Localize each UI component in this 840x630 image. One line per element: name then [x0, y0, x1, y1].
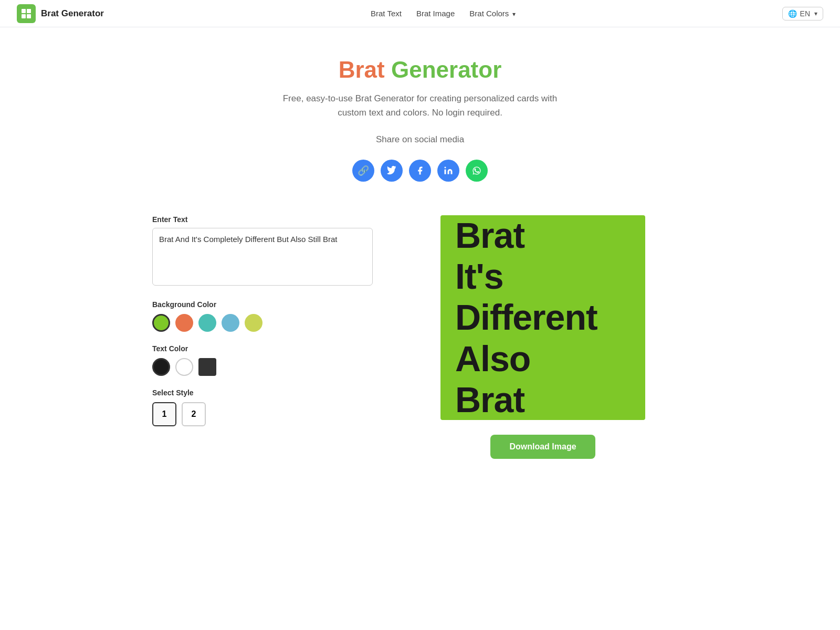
- style-buttons: 1 2: [152, 402, 373, 426]
- share-twitter-button[interactable]: [381, 160, 403, 182]
- bg-swatch-sky[interactable]: [222, 314, 239, 332]
- text-input-section: Enter Text Brat And It's Completely Diff…: [152, 215, 373, 288]
- svg-rect-2: [22, 14, 26, 18]
- bg-swatch-lime[interactable]: [152, 314, 170, 332]
- download-image-button[interactable]: Download Image: [490, 435, 595, 459]
- navbar: Brat Generator Brat Text Brat Image Brat…: [0, 0, 840, 27]
- nav-link-brat-colors[interactable]: Brat Colors ▾: [469, 9, 515, 18]
- share-label: Share on social media: [273, 132, 567, 146]
- hero-title-generator: Generator: [391, 57, 501, 82]
- bg-swatch-yellow-green[interactable]: [245, 314, 262, 332]
- bg-swatch-teal[interactable]: [198, 314, 216, 332]
- svg-point-4: [445, 166, 446, 168]
- select-style-label: Select Style: [152, 388, 373, 397]
- style-button-2[interactable]: 2: [182, 402, 206, 426]
- text-swatch-darkgray[interactable]: [198, 358, 216, 376]
- text-swatch-white[interactable]: [175, 358, 193, 376]
- hero-section: Brat Generator Free, easy-to-use Brat Ge…: [0, 27, 840, 198]
- lang-label: EN: [800, 9, 810, 18]
- brat-preview-text: Brat And It's Completely Different But A…: [455, 215, 631, 420]
- text-input[interactable]: Brat And It's Completely Different But A…: [152, 228, 373, 286]
- language-selector[interactable]: 🌐 EN ▾: [782, 7, 823, 20]
- chevron-down-icon: ▾: [512, 10, 516, 18]
- hero-title-brat: Brat: [339, 57, 385, 82]
- text-color-section: Text Color: [152, 344, 373, 376]
- bg-color-swatches: [152, 314, 373, 332]
- share-icons: 🔗: [10, 160, 830, 182]
- text-color-swatches: [152, 358, 373, 376]
- logo-icon: [17, 4, 36, 23]
- style-button-1[interactable]: 1: [152, 402, 176, 426]
- text-swatch-black[interactable]: [152, 358, 170, 376]
- share-whatsapp-button[interactable]: [466, 160, 488, 182]
- share-copy-link-button[interactable]: 🔗: [352, 160, 374, 182]
- hero-description: Free, easy-to-use Brat Generator for cre…: [273, 91, 567, 120]
- share-facebook-button[interactable]: [409, 160, 431, 182]
- bg-color-section: Background Color: [152, 300, 373, 332]
- globe-icon: 🌐: [788, 9, 797, 18]
- bg-swatch-salmon[interactable]: [175, 314, 193, 332]
- nav-links: Brat Text Brat Image Brat Colors ▾: [371, 9, 516, 18]
- logo[interactable]: Brat Generator: [17, 4, 104, 23]
- right-panel: Brat And It's Completely Different But A…: [398, 215, 688, 459]
- nav-link-brat-image[interactable]: Brat Image: [416, 9, 455, 18]
- select-style-section: Select Style 1 2: [152, 388, 373, 426]
- share-linkedin-button[interactable]: [437, 160, 459, 182]
- main-content: Enter Text Brat And It's Completely Diff…: [131, 215, 709, 459]
- bg-color-label: Background Color: [152, 300, 373, 309]
- text-color-label: Text Color: [152, 344, 373, 353]
- svg-rect-3: [27, 14, 31, 18]
- svg-rect-0: [22, 9, 26, 13]
- hero-title: Brat Generator: [10, 57, 830, 83]
- logo-text: Brat Generator: [41, 8, 104, 19]
- left-panel: Enter Text Brat And It's Completely Diff…: [152, 215, 373, 426]
- nav-link-brat-text[interactable]: Brat Text: [371, 9, 402, 18]
- lang-chevron-icon: ▾: [814, 10, 817, 17]
- svg-rect-1: [27, 9, 31, 13]
- brat-preview: Brat And It's Completely Different But A…: [440, 215, 645, 420]
- enter-text-label: Enter Text: [152, 215, 373, 224]
